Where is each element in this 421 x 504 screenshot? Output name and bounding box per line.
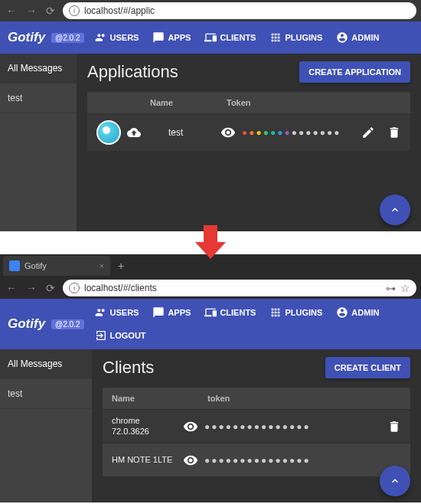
delete-icon[interactable] bbox=[387, 126, 401, 139]
applications-table: Name Token test ●●●●●●●●●●●●●● bbox=[87, 92, 410, 151]
users-icon bbox=[95, 306, 107, 319]
tab-favicon bbox=[9, 260, 20, 271]
cell-name: chrome 72.0.3626 bbox=[112, 416, 177, 436]
plugins-icon bbox=[269, 306, 282, 319]
logout-icon bbox=[95, 329, 107, 342]
info-icon[interactable]: i bbox=[69, 283, 80, 293]
table-header: Name Token bbox=[87, 92, 410, 113]
eye-icon[interactable] bbox=[183, 453, 198, 468]
chevron-up-icon bbox=[389, 204, 401, 216]
admin-icon bbox=[336, 31, 348, 44]
nav-plugins[interactable]: PLUGINS bbox=[265, 28, 327, 47]
nav-clients[interactable]: CLIENTS bbox=[200, 28, 260, 47]
eye-icon[interactable] bbox=[183, 419, 198, 434]
scroll-top-fab[interactable] bbox=[380, 195, 410, 225]
col-name: Name bbox=[112, 394, 177, 403]
token-hidden: ●●●●●●●●●●●●●●● bbox=[204, 455, 401, 466]
cell-name: HM NOTE 1LTE bbox=[112, 455, 177, 465]
browser-tab[interactable]: Gotify × bbox=[3, 256, 110, 276]
plugins-icon bbox=[269, 31, 282, 44]
users-icon bbox=[95, 31, 107, 44]
nav-items: USERS APPS CLIENTS PLUGINS ADMIN bbox=[90, 28, 413, 47]
table-row: test ●●●●●●●●●●●●●● bbox=[87, 113, 410, 151]
app-avatar bbox=[96, 120, 121, 145]
nav-users[interactable]: USERS bbox=[90, 28, 144, 47]
sidebar: All Messages test bbox=[0, 349, 92, 502]
upload-icon[interactable] bbox=[127, 126, 141, 139]
nav-clients[interactable]: CLIENTS bbox=[200, 303, 260, 322]
col-token: token bbox=[207, 394, 401, 403]
forward-icon[interactable]: → bbox=[24, 3, 38, 18]
app-body-top: All Messages test Applications CREATE AP… bbox=[0, 54, 421, 231]
back-icon[interactable]: ← bbox=[5, 280, 18, 296]
table-row: HM NOTE 1LTE ●●●●●●●●●●●●●●● bbox=[103, 443, 410, 476]
nav-logout[interactable]: LOGOUT bbox=[90, 326, 413, 345]
sidebar-item-all[interactable]: All Messages bbox=[0, 54, 77, 83]
sidebar-item-all[interactable]: All Messages bbox=[0, 349, 92, 379]
clients-icon bbox=[204, 306, 217, 319]
app-header-top: Gotify @2.0.2 USERS APPS CLIENTS PLUGINS… bbox=[0, 21, 421, 54]
col-token: Token bbox=[227, 98, 401, 107]
col-name: Name bbox=[150, 98, 227, 107]
create-application-button[interactable]: CREATE APPLICATION bbox=[299, 61, 410, 83]
token-hidden: ●●●●●●●●●●●●●● bbox=[242, 127, 355, 138]
cell-name: test bbox=[168, 127, 214, 138]
brand-logo[interactable]: Gotify bbox=[8, 316, 45, 332]
chevron-up-icon bbox=[389, 475, 401, 487]
key-icon[interactable]: ⊶ bbox=[386, 283, 396, 294]
apps-icon bbox=[152, 31, 165, 44]
forward-icon[interactable]: → bbox=[24, 280, 38, 296]
browser-toolbar-top: ← → ⟳ i localhost/#/applic bbox=[0, 0, 421, 21]
version-badge: @2.0.2 bbox=[51, 319, 83, 329]
page-header: Applications CREATE APPLICATION bbox=[87, 61, 410, 83]
clients-icon bbox=[204, 31, 217, 44]
main-content: Clients CREATE CLIENT Name token chrome … bbox=[92, 349, 421, 502]
reload-icon[interactable]: ⟳ bbox=[44, 280, 57, 296]
nav-apps[interactable]: APPS bbox=[148, 303, 195, 322]
eye-icon[interactable] bbox=[220, 125, 236, 140]
main-content: Applications CREATE APPLICATION Name Tok… bbox=[77, 54, 421, 231]
token-hidden: ●●●●●●●●●●●●●●● bbox=[204, 421, 381, 432]
nav-users[interactable]: USERS bbox=[90, 303, 144, 322]
url-bar[interactable]: i localhost/#/applic bbox=[63, 2, 416, 19]
page-title: Clients bbox=[103, 358, 154, 378]
page-title: Applications bbox=[87, 62, 178, 82]
tab-title: Gotify bbox=[24, 261, 47, 270]
url-text: localhost/#/clients bbox=[84, 283, 381, 293]
sidebar-item-test[interactable]: test bbox=[0, 379, 92, 409]
app-header-bottom: Gotify @2.0.2 USERS APPS CLIENTS PLUGINS… bbox=[0, 299, 421, 349]
page-header: Clients CREATE CLIENT bbox=[103, 357, 410, 378]
edit-icon[interactable] bbox=[361, 126, 375, 139]
browser-toolbar-bottom: ← → ⟳ i localhost/#/clients ⊶ ☆ bbox=[0, 277, 421, 299]
sidebar: All Messages test bbox=[0, 54, 77, 231]
version-badge: @2.0.2 bbox=[51, 33, 83, 43]
nav-admin[interactable]: ADMIN bbox=[331, 28, 383, 47]
close-icon[interactable]: × bbox=[100, 261, 104, 270]
back-icon[interactable]: ← bbox=[5, 3, 18, 18]
table-row: chrome 72.0.3626 ●●●●●●●●●●●●●●● bbox=[103, 409, 410, 443]
arrow-down-icon bbox=[195, 225, 226, 259]
create-client-button[interactable]: CREATE CLIENT bbox=[325, 357, 410, 378]
scroll-top-fab[interactable] bbox=[380, 466, 410, 496]
nav-apps[interactable]: APPS bbox=[148, 28, 195, 47]
star-icon[interactable]: ☆ bbox=[400, 282, 410, 294]
sidebar-item-test[interactable]: test bbox=[0, 83, 77, 113]
url-text: localhost/#/applic bbox=[84, 5, 410, 16]
table-header: Name token bbox=[103, 388, 410, 409]
row-actions bbox=[361, 126, 401, 139]
apps-icon bbox=[152, 306, 165, 319]
brand-logo[interactable]: Gotify bbox=[8, 30, 45, 45]
url-bar[interactable]: i localhost/#/clients ⊶ ☆ bbox=[63, 280, 416, 296]
reload-icon[interactable]: ⟳ bbox=[44, 3, 57, 18]
app-body-bottom: All Messages test Clients CREATE CLIENT … bbox=[0, 349, 421, 502]
new-tab-button[interactable]: + bbox=[110, 260, 132, 272]
nav-plugins[interactable]: PLUGINS bbox=[265, 303, 327, 322]
delete-icon[interactable] bbox=[387, 420, 401, 434]
clients-table: Name token chrome 72.0.3626 ●●●●●●●●●●●●… bbox=[103, 388, 410, 476]
info-icon[interactable]: i bbox=[69, 5, 80, 16]
admin-icon bbox=[336, 306, 348, 319]
nav-admin[interactable]: ADMIN bbox=[331, 303, 383, 322]
nav-items: USERS APPS CLIENTS PLUGINS ADMIN LOGOUT bbox=[90, 303, 413, 345]
